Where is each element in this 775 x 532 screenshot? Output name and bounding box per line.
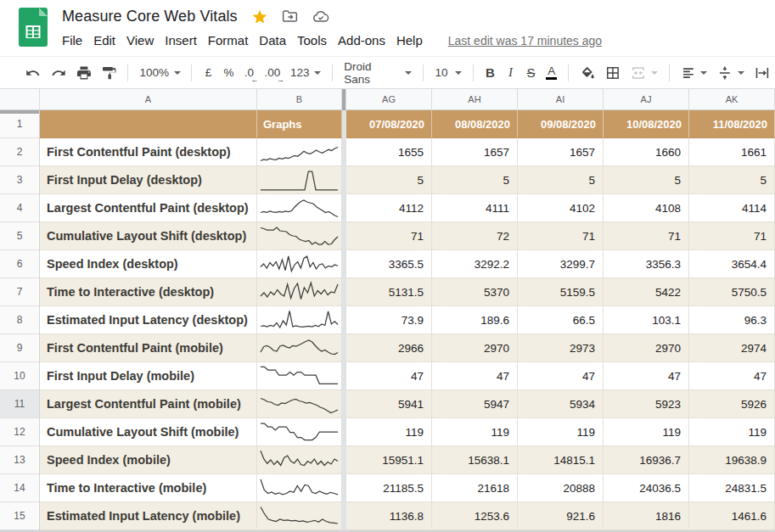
cell-AI12[interactable]: 119 [518, 418, 604, 446]
font-size-select[interactable]: 10 [430, 62, 467, 84]
menu-insert[interactable]: Insert [165, 31, 197, 49]
row-label-cell-10[interactable]: First Input Delay (mobile) [40, 362, 257, 390]
star-icon[interactable] [251, 8, 268, 25]
column-header-AI[interactable]: AI [518, 89, 604, 110]
cell-AH5[interactable]: 72 [432, 222, 518, 250]
cell-AJ5[interactable]: 71 [604, 222, 689, 250]
menu-format[interactable]: Format [208, 31, 249, 49]
row-header-5[interactable]: 5 [0, 222, 40, 250]
cell-AJ13[interactable]: 16936.7 [604, 446, 689, 474]
cell-B1-graphs-label[interactable]: Graphs [257, 110, 342, 138]
undo-button[interactable] [20, 62, 46, 84]
cell-date-AH1[interactable]: 08/08/2020 [432, 110, 518, 138]
more-formats-button[interactable]: 123 [285, 62, 326, 84]
cell-AK8[interactable]: 96.3 [689, 306, 775, 334]
bold-button[interactable]: B [480, 62, 500, 84]
row-header-1[interactable]: 1 [0, 110, 40, 138]
cell-AK5[interactable]: 71 [689, 222, 775, 250]
cell-date-AJ1[interactable]: 10/08/2020 [604, 110, 689, 138]
borders-button[interactable] [600, 62, 626, 84]
row-header-13[interactable]: 13 [0, 446, 40, 474]
cell-AJ12[interactable]: 119 [604, 418, 689, 446]
cell-AK2[interactable]: 1661 [689, 138, 775, 166]
merge-cells-button[interactable] [626, 62, 663, 84]
cell-AJ2[interactable]: 1660 [604, 138, 689, 166]
cell-AG14[interactable]: 21185.5 [346, 474, 432, 502]
row-label-cell-6[interactable]: Speed Index (desktop) [40, 250, 257, 278]
row-header-8[interactable]: 8 [0, 306, 40, 334]
cell-AJ15[interactable]: 1816 [604, 502, 689, 530]
row-header-2[interactable]: 2 [0, 138, 40, 166]
cloud-status-icon[interactable] [312, 8, 330, 26]
cell-AG8[interactable]: 73.9 [346, 306, 432, 334]
menu-help[interactable]: Help [396, 31, 423, 49]
sparkline-cell-15[interactable] [257, 502, 342, 530]
cell-AK4[interactable]: 4114 [689, 194, 775, 222]
strikethrough-button[interactable]: S [520, 62, 541, 84]
sparkline-cell-14[interactable] [257, 474, 342, 502]
sparkline-cell-3[interactable] [257, 166, 342, 194]
sparkline-cell-2[interactable] [257, 138, 342, 166]
sheets-logo-icon[interactable] [19, 8, 48, 50]
cell-AJ9[interactable]: 2970 [604, 334, 689, 362]
increase-decimal-button[interactable]: .00→ [259, 62, 285, 84]
row-header-4[interactable]: 4 [0, 194, 40, 222]
row-header-14[interactable]: 14 [0, 474, 40, 502]
cell-date-AG1[interactable]: 07/08/2020 [346, 110, 432, 138]
cell-AK12[interactable]: 119 [689, 418, 775, 446]
sparkline-cell-6[interactable] [257, 250, 342, 278]
last-edit-link[interactable]: Last edit was 17 minutes ago [448, 34, 602, 48]
sparkline-cell-4[interactable] [257, 194, 342, 222]
cell-AG6[interactable]: 3365.5 [346, 250, 432, 278]
row-label-cell-11[interactable]: Largest Contentful Paint (mobile) [40, 390, 257, 418]
italic-button[interactable]: I [500, 62, 520, 84]
row-label-cell-12[interactable]: Cumulative Layout Shift (mobile) [40, 418, 257, 446]
print-button[interactable] [71, 62, 97, 84]
horizontal-align-button[interactable] [676, 62, 713, 84]
cell-AI10[interactable]: 47 [518, 362, 604, 390]
font-select[interactable]: Droid Sans [339, 62, 417, 84]
zoom-select[interactable]: 100% [134, 62, 185, 84]
text-wrap-button[interactable] [750, 62, 775, 84]
cell-AH4[interactable]: 4111 [432, 194, 518, 222]
sparkline-cell-12[interactable] [257, 418, 342, 446]
cell-AI2[interactable]: 1657 [518, 138, 604, 166]
row-label-cell-15[interactable]: Estimated Input Latency (mobile) [40, 502, 257, 530]
cell-AH9[interactable]: 2970 [432, 334, 518, 362]
sparkline-cell-9[interactable] [257, 334, 342, 362]
row-header-10[interactable]: 10 [0, 362, 40, 390]
move-folder-icon[interactable] [281, 8, 299, 25]
cell-AI7[interactable]: 5159.5 [518, 278, 604, 306]
cell-AH13[interactable]: 15638.1 [432, 446, 518, 474]
paint-format-button[interactable] [97, 62, 122, 84]
row-label-cell-7[interactable]: Time to Interactive (desktop) [40, 278, 257, 306]
cell-AH8[interactable]: 189.6 [432, 306, 518, 334]
cell-AG13[interactable]: 15951.1 [346, 446, 432, 474]
cell-AH10[interactable]: 47 [432, 362, 518, 390]
cell-AG15[interactable]: 1136.8 [346, 502, 432, 530]
column-header-A[interactable]: A [40, 89, 257, 110]
document-title[interactable]: Measure Core Web Vitals [62, 8, 238, 25]
cell-AJ11[interactable]: 5923 [604, 390, 689, 418]
cell-AH11[interactable]: 5947 [432, 390, 518, 418]
cell-AJ7[interactable]: 5422 [604, 278, 689, 306]
menu-data[interactable]: Data [259, 31, 286, 49]
sparkline-cell-11[interactable] [257, 390, 342, 418]
sparkline-cell-7[interactable] [257, 278, 342, 306]
row-header-15[interactable]: 15 [0, 502, 40, 530]
menu-file[interactable]: File [62, 31, 82, 49]
cell-AG3[interactable]: 5 [346, 166, 432, 194]
vertical-align-button[interactable] [712, 62, 750, 84]
decrease-decimal-button[interactable]: .0← [239, 62, 259, 84]
sparkline-cell-13[interactable] [257, 446, 342, 474]
cell-AK9[interactable]: 2974 [689, 334, 775, 362]
cell-AJ8[interactable]: 103.1 [604, 306, 689, 334]
cell-AG2[interactable]: 1655 [346, 138, 432, 166]
row-header-9[interactable]: 9 [0, 334, 40, 362]
row-label-cell-2[interactable]: First Contentful Paint (desktop) [40, 138, 257, 166]
cell-AG5[interactable]: 71 [346, 222, 432, 250]
row-header-12[interactable]: 12 [0, 418, 40, 446]
row-header-6[interactable]: 6 [0, 250, 40, 278]
cell-AJ6[interactable]: 3356.3 [604, 250, 689, 278]
cell-AI3[interactable]: 5 [518, 166, 604, 194]
